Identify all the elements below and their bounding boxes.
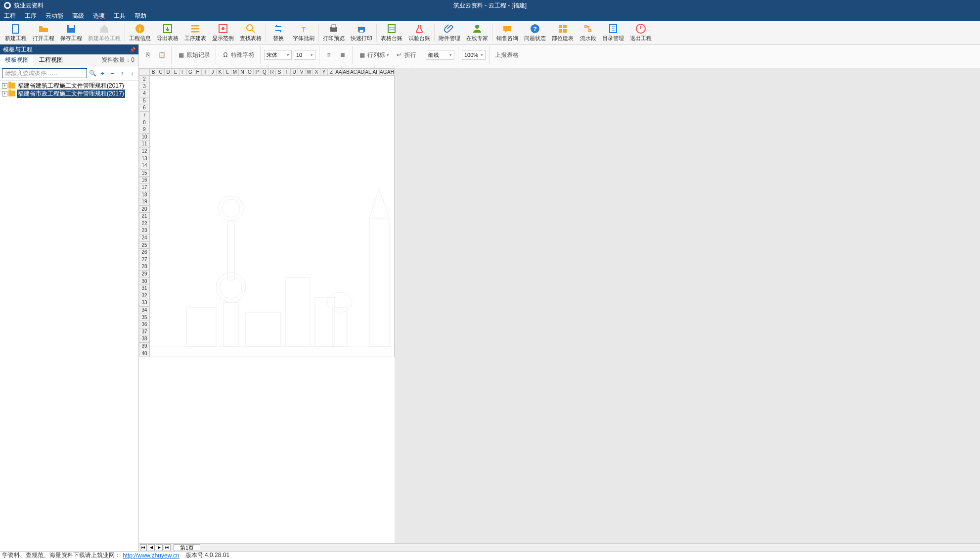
tree-item-0[interactable]: +福建省建筑工程施工文件管理规程(2017) <box>0 82 138 90</box>
menu-5[interactable]: 工具 <box>114 12 126 20</box>
col-header-O[interactable]: O <box>246 68 254 76</box>
row-header-8[interactable]: 8 <box>139 119 150 127</box>
row-header-29[interactable]: 29 <box>139 271 150 278</box>
row-header-12[interactable]: 12 <box>139 148 150 155</box>
col-header-I[interactable]: I <box>202 68 209 76</box>
toolbar-导出表格[interactable]: 导出表格 <box>154 22 181 43</box>
toolbar-工程信息[interactable]: i工程信息 <box>126 22 154 43</box>
col-header-H[interactable]: H <box>194 68 202 76</box>
toolbar-问题状态[interactable]: ?问题状态 <box>521 22 549 43</box>
toolbar-查找表格[interactable]: 查找表格 <box>237 22 265 43</box>
up-icon[interactable]: ↑ <box>118 69 127 78</box>
search-icon[interactable]: 🔍 <box>88 69 97 78</box>
toolbar-新建工程[interactable]: 新建工程 <box>2 22 30 43</box>
toolbar-销售咨询[interactable]: 销售咨询 <box>493 22 521 43</box>
col-header-AB[interactable]: AB <box>343 68 350 76</box>
row-header-27[interactable]: 27 <box>139 256 150 264</box>
row-header-13[interactable]: 13 <box>139 155 150 163</box>
col-header-AD[interactable]: AD <box>357 68 365 76</box>
row-header-15[interactable]: 15 <box>139 170 150 177</box>
row-header-18[interactable]: 18 <box>139 191 150 199</box>
ribbon-行列标[interactable]: ▦行列标▾ <box>356 50 391 60</box>
ribbon-折行[interactable]: ↵折行 <box>393 50 418 60</box>
col-header-AC[interactable]: AC <box>350 68 357 76</box>
sheet-next-icon[interactable]: ▶ <box>156 544 163 551</box>
combo-细线[interactable]: 细线 <box>426 50 454 60</box>
spreadsheet[interactable]: BCDEFGHIJKLMNOPQRSTUVWXYZAAABACADAEAFAGA… <box>139 68 980 543</box>
col-header-Y[interactable]: Y <box>320 68 328 76</box>
sheet-tab[interactable]: 第1页 <box>174 544 200 551</box>
tab-template-view[interactable]: 模板视图 <box>0 55 34 66</box>
col-header-R[interactable]: R <box>268 68 276 76</box>
status-link[interactable]: http://www.zhuyew.cn <box>123 552 179 559</box>
toolbar-部位建表[interactable]: 部位建表 <box>549 22 577 43</box>
col-header-X[interactable]: X <box>313 68 320 76</box>
col-header-M[interactable]: M <box>231 68 239 76</box>
menu-3[interactable]: 高级 <box>72 12 84 20</box>
add-icon[interactable]: ＋ <box>98 69 107 78</box>
toolbar-显示范例[interactable]: 显示范例 <box>209 22 237 43</box>
menu-0[interactable]: 工程 <box>4 12 16 20</box>
row-header-35[interactable]: 35 <box>139 314 150 322</box>
toolbar-字体批刷[interactable]: T字体批刷 <box>290 22 317 43</box>
toolbar-保存工程[interactable]: 保存工程 <box>57 22 85 43</box>
menu-1[interactable]: 工序 <box>25 12 37 20</box>
sheet-first-icon[interactable]: ⏮ <box>140 544 147 551</box>
menu-4[interactable]: 选项 <box>93 12 105 20</box>
toolbar-在线专家[interactable]: 在线专家 <box>463 22 491 43</box>
row-header-16[interactable]: 16 <box>139 177 150 184</box>
row-header-11[interactable]: 11 <box>139 140 150 148</box>
expand-icon[interactable]: + <box>2 83 7 89</box>
row-header-17[interactable]: 17 <box>139 184 150 191</box>
row-header-38[interactable]: 38 <box>139 335 150 343</box>
tab-project-view[interactable]: 工程视图 <box>34 54 68 66</box>
col-header-S[interactable]: S <box>276 68 283 76</box>
ribbon-align-center[interactable]: ≣ <box>337 50 349 60</box>
row-header-37[interactable]: 37 <box>139 328 150 336</box>
col-header-W[interactable]: W <box>306 68 313 76</box>
col-header-J[interactable]: J <box>209 68 217 76</box>
ribbon-特殊字符[interactable]: Ω特殊字符 <box>220 50 257 60</box>
row-header-10[interactable]: 10 <box>139 134 150 141</box>
row-header-22[interactable]: 22 <box>139 220 150 228</box>
row-header-19[interactable]: 19 <box>139 198 150 206</box>
col-header-L[interactable]: L <box>224 68 231 76</box>
sheet-last-icon[interactable]: ⏭ <box>164 544 171 551</box>
col-header-P[interactable]: P <box>254 68 261 76</box>
col-header-K[interactable]: K <box>217 68 224 76</box>
toolbar-流水段[interactable]: 流水段 <box>577 22 599 43</box>
row-header-20[interactable]: 20 <box>139 206 150 213</box>
toolbar-打印预览[interactable]: 打印预览 <box>320 22 348 43</box>
ribbon-align-left[interactable]: ≡ <box>323 50 335 60</box>
combo-100%[interactable]: 100% <box>462 50 486 60</box>
col-header-AF[interactable]: AF <box>372 68 380 76</box>
toolbar-替换[interactable]: 替换 <box>267 22 290 43</box>
row-header-40[interactable]: 40 <box>139 350 150 358</box>
combo-10[interactable]: 10 <box>294 50 315 60</box>
combo-宋体[interactable]: 宋体 <box>264 50 292 60</box>
pin-icon[interactable]: 📌 <box>130 47 135 52</box>
row-header-3[interactable]: 3 <box>139 83 150 91</box>
col-header-AA[interactable]: AA <box>335 68 343 76</box>
col-header-Q[interactable]: Q <box>261 68 268 76</box>
ribbon-上报表格[interactable]: 上报表格 <box>493 50 521 60</box>
toolbar-工序建表[interactable]: 工序建表 <box>181 22 209 43</box>
row-header-9[interactable]: 9 <box>139 126 150 134</box>
down-icon[interactable]: ↓ <box>128 69 136 78</box>
row-header-23[interactable]: 23 <box>139 227 150 234</box>
row-header-36[interactable]: 36 <box>139 321 150 328</box>
row-header-25[interactable]: 25 <box>139 242 150 249</box>
col-header-C[interactable]: C <box>157 68 165 76</box>
row-header-39[interactable]: 39 <box>139 343 150 350</box>
row-header-33[interactable]: 33 <box>139 299 150 307</box>
toolbar-退出工程[interactable]: 退出工程 <box>627 22 655 43</box>
search-input[interactable] <box>2 68 87 78</box>
ribbon-原始记录[interactable]: ▦原始记录 <box>175 50 212 60</box>
col-header-N[interactable]: N <box>239 68 246 76</box>
sheet-prev-icon[interactable]: ◀ <box>148 544 155 551</box>
remove-icon[interactable]: － <box>108 69 117 78</box>
row-header-30[interactable]: 30 <box>139 278 150 285</box>
menu-2[interactable]: 云功能 <box>45 12 63 20</box>
col-header-B[interactable]: B <box>150 68 157 76</box>
expand-icon[interactable]: + <box>2 91 7 96</box>
